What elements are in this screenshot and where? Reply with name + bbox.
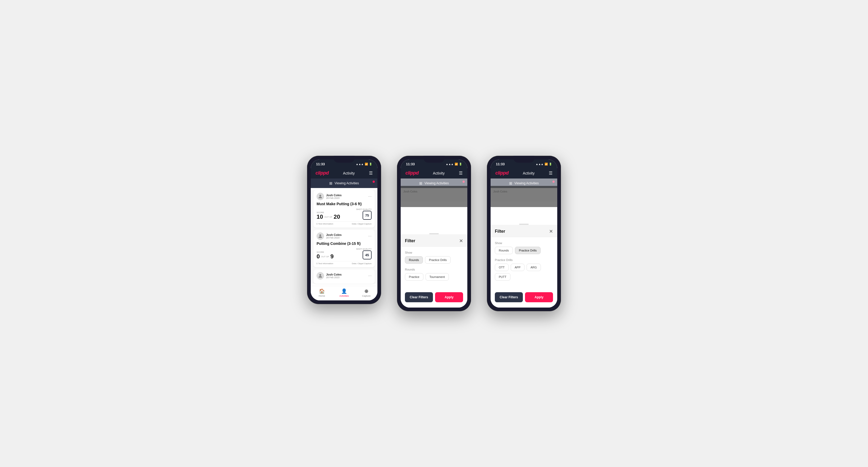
svg-point-2 [319,274,321,276]
activity-title-1: Must Make Putting (3-6 ft) [317,202,372,206]
score-group-1: Score 10 OUT OF 20 [317,211,340,220]
score-value-1: 10 [317,214,323,220]
shots-value-2: 9 [330,254,334,259]
avatar-2 [317,232,324,240]
shot-quality-group-2: Shot Quality 45 [356,248,372,259]
user-name-2: Josh Coles [326,233,342,237]
practice-drills-section-label-3: Practice Drills [495,258,553,261]
phone-2: 11:33 ▲▲▲ 📶 🔋 clippd Activity ☰ ⊞ Viewin… [397,156,471,311]
time-2: 11:33 [406,162,415,166]
filter-close-btn-3[interactable]: ✕ [549,228,553,234]
app-header-3: clippd Activity ☰ [491,168,557,179]
apply-btn-3[interactable]: Apply [525,292,553,302]
home-icon-1: 🏠 [319,288,325,294]
shot-quality-badge-1: 75 [363,211,372,220]
score-value-2: 0 [317,254,320,259]
battery-icon: 🔋 [369,163,372,165]
score-group-2: Score 0 OUT OF 9 [317,251,334,259]
user-info-1: Josh Coles 28 Feb 2023 [317,193,342,200]
phone-1-screen: 11:33 ▲▲▲ 📶 🔋 clippd Activity ☰ ⊞ Viewin… [311,159,377,301]
filter-icon-1: ⊞ [329,181,333,185]
app-header-1: clippd Activity ☰ [311,168,377,179]
show-label-2: Show [405,251,463,254]
user-info-2: Josh Coles 28 Feb 2023 [317,232,342,240]
card-header-1: Josh Coles 28 Feb 2023 ··· [317,193,372,200]
tournament-chip-2[interactable]: Tournament [426,273,449,281]
filter-footer-2: Clear Filters Apply [401,289,467,308]
filter-close-btn-2[interactable]: ✕ [459,238,463,244]
practice-chip-2[interactable]: Practice [405,273,424,281]
show-chips-2: Rounds Practice Drills [405,256,463,263]
rounds-chip-2[interactable]: Rounds [405,256,423,263]
capture-icon-1: ⊕ [365,288,368,294]
battery-icon-3: 🔋 [549,163,552,165]
more-dots-2[interactable]: ··· [368,234,372,239]
header-title-2: Activity [433,171,444,175]
card-footer-2: ℹ Test Information Data: Clippd Capture [317,261,372,265]
rounds-section-label-2: Rounds [405,268,463,271]
card-header-3: Josh Coles 28 Feb 2023 ··· [317,272,372,280]
ott-chip-3[interactable]: OTT [495,263,508,271]
more-dots-1[interactable]: ··· [368,194,372,199]
putt-chip-3[interactable]: PUTT [495,273,510,281]
avatar-1 [317,193,324,200]
nav-home-label-1: Home [319,294,325,297]
hamburger-menu-1[interactable]: ☰ [369,170,373,176]
out-of-1: OUT OF [324,216,332,218]
stats-row-1: Score 10 OUT OF 20 Shot Quality 75 [317,208,372,220]
clear-filters-btn-3[interactable]: Clear Filters [495,292,523,302]
viewing-activities-label-3: Viewing Activities [515,181,539,185]
more-dots-3[interactable]: ··· [368,274,372,278]
nav-capture-1[interactable]: ⊕ Capture [355,288,377,297]
rounds-chip-3[interactable]: Rounds [495,247,513,254]
practice-drills-chip-3[interactable]: Practice Drills [515,247,540,254]
show-chips-3: Rounds Practice Drills [495,247,553,254]
activity-title-2: Putting Combine (3-15 ft) [317,242,372,246]
notch [334,156,355,163]
nav-capture-label-1: Capture [362,294,371,297]
notch-2 [424,156,444,163]
out-of-2: OUT OF [321,255,329,258]
viewing-activities-label-1: Viewing Activities [335,181,359,185]
header-title-1: Activity [343,171,355,175]
shot-quality-group-1: Shot Quality 75 [356,208,372,220]
activity-card-2: Josh Coles 28 Feb 2023 ··· Putting Combi… [313,230,375,267]
filter-modal-3: Filter ✕ Show Rounds Practice Drills Pra… [491,222,557,308]
hamburger-menu-2[interactable]: ☰ [459,170,463,176]
phone-1: 11:33 ▲▲▲ 📶 🔋 clippd Activity ☰ ⊞ Viewin… [307,156,381,304]
app-chip-3[interactable]: APP [511,263,524,271]
data-source-1: Data: Clippd Capture [352,223,372,225]
nav-activities-1[interactable]: 👤 Activities [333,288,355,297]
logo-1: clippd [315,170,329,176]
wifi-icon-3: 📶 [545,163,548,165]
filter-title-2: Filter [405,239,415,243]
red-dot-2 [463,181,465,183]
status-icons-3: ▲▲▲ 📶 🔋 [535,163,552,165]
viewing-bar-1[interactable]: ⊞ Viewing Activities [311,179,377,188]
shot-quality-label-2: Shot Quality [356,248,372,250]
dim-overlay-2 [401,186,467,207]
apply-btn-2[interactable]: Apply [435,292,463,302]
test-info-2: ℹ Test Information [317,262,333,265]
nav-home-1[interactable]: 🏠 Home [311,288,333,297]
phone-2-screen: 11:33 ▲▲▲ 📶 🔋 clippd Activity ☰ ⊞ Viewin… [401,159,467,308]
signal-icon: ▲▲▲ [356,163,364,165]
phones-container: 11:33 ▲▲▲ 📶 🔋 clippd Activity ☰ ⊞ Viewin… [307,156,561,311]
bottom-nav-1: 🏠 Home 👤 Activities ⊕ Capture [311,286,377,301]
practice-drills-chips-3: OTT APP ARG PUTT [495,263,553,281]
signal-icon-3: ▲▲▲ [535,163,544,165]
practice-drills-chip-2[interactable]: Practice Drills [425,256,451,263]
rounds-chips-2: Practice Tournament [405,273,463,281]
clear-filters-btn-2[interactable]: Clear Filters [405,292,433,302]
shot-quality-badge-2: 45 [363,250,372,259]
status-icons-2: ▲▲▲ 📶 🔋 [446,163,462,165]
dim-overlay-3 [491,186,557,207]
filter-footer-3: Clear Filters Apply [491,289,557,308]
time-1: 11:33 [316,162,325,166]
show-label-3: Show [495,242,553,245]
hamburger-menu-3[interactable]: ☰ [549,170,553,176]
svg-point-1 [319,234,321,236]
filter-body-2: Show Rounds Practice Drills Rounds Pract… [401,247,467,289]
arg-chip-3[interactable]: ARG [527,263,541,271]
card-footer-1: ℹ Test Information Data: Clippd Capture [317,221,372,225]
